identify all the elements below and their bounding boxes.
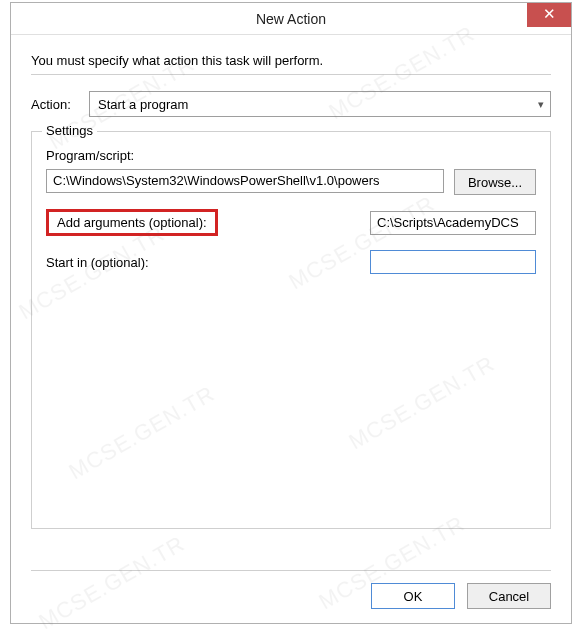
- instruction-text: You must specify what action this task w…: [31, 53, 551, 68]
- dialog-footer: OK Cancel: [371, 583, 551, 609]
- arguments-input[interactable]: C:\Scripts\AcademyDCS: [370, 211, 536, 235]
- arguments-label: Add arguments (optional):: [57, 215, 207, 230]
- title-bar: New Action ✕: [11, 3, 571, 35]
- footer-divider: [31, 570, 551, 571]
- arguments-row: Add arguments (optional): C:\Scripts\Aca…: [46, 209, 536, 236]
- new-action-dialog: New Action ✕ You must specify what actio…: [10, 2, 572, 624]
- browse-button[interactable]: Browse...: [454, 169, 536, 195]
- dialog-body: You must specify what action this task w…: [11, 35, 571, 529]
- start-in-label: Start in (optional):: [46, 255, 149, 270]
- window-title: New Action: [11, 3, 571, 35]
- program-row: C:\Windows\System32\WindowsPowerShell\v1…: [46, 169, 536, 195]
- arguments-label-highlight: Add arguments (optional):: [46, 209, 218, 236]
- program-input[interactable]: C:\Windows\System32\WindowsPowerShell\v1…: [46, 169, 444, 193]
- settings-group: Settings Program/script: C:\Windows\Syst…: [31, 131, 551, 529]
- chevron-down-icon: ▾: [538, 98, 544, 111]
- cancel-button[interactable]: Cancel: [467, 583, 551, 609]
- arguments-input-wrap: C:\Scripts\AcademyDCS: [370, 211, 536, 235]
- action-dropdown[interactable]: Start a program ▾: [89, 91, 551, 117]
- start-in-input[interactable]: [370, 250, 536, 274]
- ok-button[interactable]: OK: [371, 583, 455, 609]
- action-label: Action:: [31, 97, 89, 112]
- start-in-row: Start in (optional):: [46, 250, 536, 274]
- settings-legend: Settings: [42, 123, 97, 138]
- start-in-input-wrap: [370, 250, 536, 274]
- close-button[interactable]: ✕: [527, 3, 571, 27]
- divider: [31, 74, 551, 75]
- program-label: Program/script:: [46, 148, 536, 163]
- action-selected: Start a program: [98, 97, 188, 112]
- close-icon: ✕: [543, 5, 556, 22]
- action-row: Action: Start a program ▾: [31, 91, 551, 117]
